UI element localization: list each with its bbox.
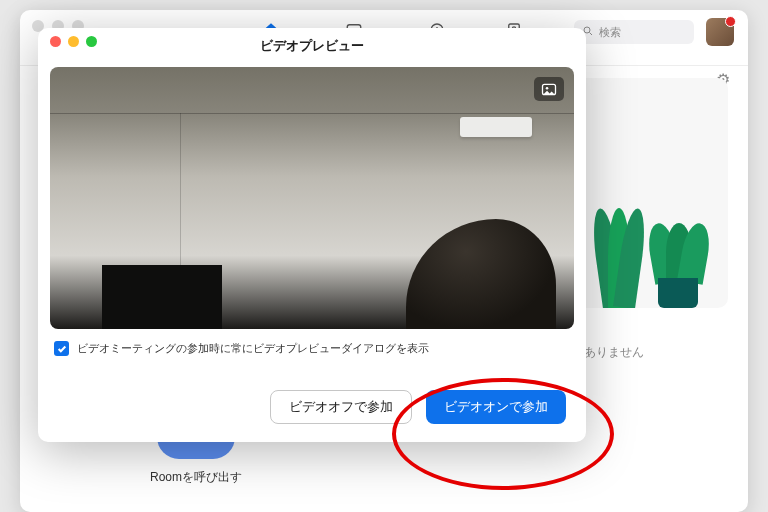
svg-point-6: [546, 86, 549, 89]
avatar[interactable]: [706, 18, 734, 46]
join-video-off-button[interactable]: ビデオオフで参加: [270, 390, 412, 424]
join-video-on-button[interactable]: ビデオオンで参加: [426, 390, 566, 424]
video-preview-dialog: ビデオプレビュー ビデオミーティングの参加時に常にビデオプレビューダイアログを表…: [38, 28, 586, 442]
checkbox-checked-icon: [54, 341, 69, 356]
search-placeholder: 検索: [599, 25, 621, 40]
virtual-background-button[interactable]: [534, 77, 564, 101]
always-show-checkbox-row[interactable]: ビデオミーティングの参加時に常にビデオプレビューダイアログを表示: [54, 341, 570, 356]
video-preview: [50, 67, 574, 329]
dialog-title: ビデオプレビュー: [38, 37, 586, 61]
dialog-buttons: ビデオオフで参加 ビデオオンで参加: [38, 356, 586, 442]
checkbox-label: ビデオミーティングの参加時に常にビデオプレビューダイアログを表示: [77, 341, 429, 356]
room-label: Roomを呼び出す: [150, 469, 242, 486]
picture-icon: [541, 83, 557, 96]
search-box[interactable]: 検索: [574, 20, 694, 44]
